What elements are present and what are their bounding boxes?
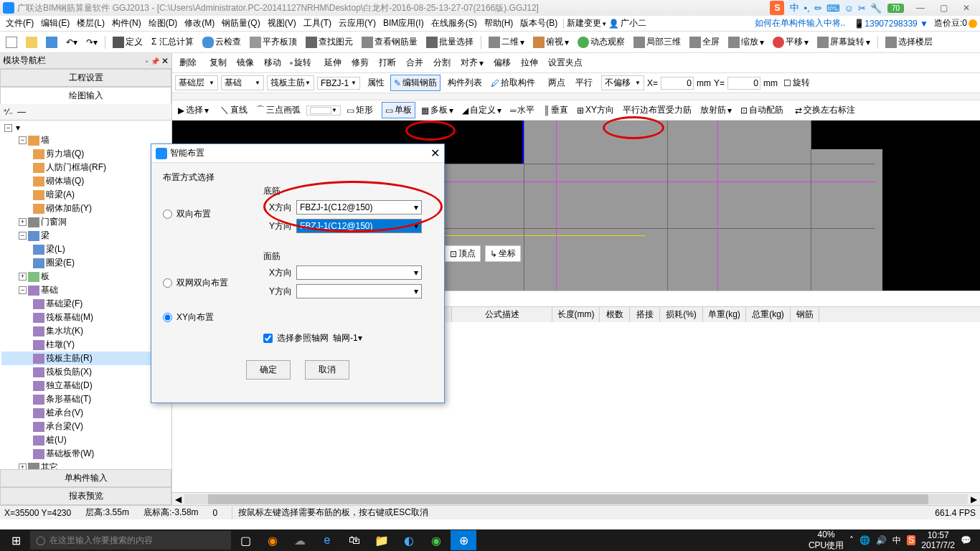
- define-button[interactable]: 定义: [110, 34, 146, 50]
- menu-file[interactable]: 文件(F): [3, 16, 37, 31]
- tree-item[interactable]: 人防门框墙(RF): [46, 161, 106, 174]
- tree-item[interactable]: 筏板基础(M): [46, 311, 93, 324]
- rotate-opt[interactable]: ☐ 旋转: [781, 75, 813, 90]
- mirror-button[interactable]: 镜像: [232, 55, 257, 70]
- screen-rotate-button[interactable]: 屏幕旋转▾: [814, 34, 873, 50]
- maximize-button[interactable]: ▢: [933, 1, 954, 14]
- tree-wall[interactable]: 墙: [41, 134, 50, 146]
- menu-component[interactable]: 构件(N): [109, 16, 144, 31]
- sum-button[interactable]: Σ 汇总计算: [149, 34, 197, 50]
- ime-kbd-icon[interactable]: ⌨: [826, 3, 840, 14]
- parallel-button[interactable]: 平行: [571, 75, 595, 90]
- break-button[interactable]: 打断: [374, 55, 399, 70]
- tree-item[interactable]: 砌体墙(Q): [46, 175, 84, 187]
- local3d-button[interactable]: 局部三维: [631, 34, 684, 50]
- single-slab-button[interactable]: ▭ 单板: [382, 102, 415, 118]
- taskbar-edge[interactable]: e: [314, 530, 340, 550]
- align-button[interactable]: 对齐▾: [456, 55, 486, 70]
- tray-clock[interactable]: 10:572017/7/2: [921, 530, 955, 551]
- tree-opening[interactable]: 门窗洞: [41, 216, 67, 228]
- h-scrollbar[interactable]: ◀▶: [172, 492, 980, 505]
- menu-edit[interactable]: 编辑(E): [38, 16, 72, 31]
- taskbar-store[interactable]: 🛍: [341, 530, 367, 550]
- radial-button[interactable]: 放射筋▾: [697, 103, 735, 118]
- tip-link[interactable]: 如何在单构件输入中将..: [752, 16, 849, 31]
- subcat-select[interactable]: 筏板主筋▼: [267, 75, 314, 90]
- copy-button[interactable]: 复制: [205, 55, 230, 70]
- ime-lang[interactable]: 中: [790, 1, 799, 14]
- minimize-button[interactable]: —: [910, 1, 931, 14]
- menu-cloud[interactable]: 云应用(Y): [336, 16, 379, 31]
- tray-ime-icon[interactable]: 中: [892, 534, 901, 547]
- menu-version[interactable]: 版本号(B): [517, 16, 560, 31]
- tree-beam[interactable]: 梁: [41, 230, 50, 242]
- menu-view[interactable]: 视图(V): [265, 16, 299, 31]
- tree-item[interactable]: 集水坑(K): [46, 325, 83, 337]
- tray-net-icon[interactable]: 🌐: [859, 535, 870, 545]
- move-button[interactable]: 移动: [260, 55, 284, 70]
- swap-button[interactable]: ⇄ 交换左右标注: [792, 103, 858, 118]
- open-button[interactable]: [23, 35, 40, 50]
- tree-item[interactable]: 桩承台(V): [46, 407, 83, 419]
- offset-select[interactable]: 不偏移▼: [601, 75, 644, 90]
- dialog-close-button[interactable]: ✕: [430, 146, 440, 160]
- menu-rebar[interactable]: 钢筋量(Q): [219, 16, 263, 31]
- zoom-button[interactable]: 缩放▾: [725, 34, 767, 50]
- tree-item[interactable]: 独立基础(D): [46, 380, 93, 392]
- delete-button[interactable]: 删除: [175, 55, 199, 70]
- look-rebar-button[interactable]: 查看钢筋量: [359, 34, 420, 50]
- select-floor-button[interactable]: 选择楼层: [882, 34, 936, 50]
- xy-dir-button[interactable]: ⊞ XY方向: [574, 103, 617, 118]
- horiz-button[interactable]: ═ 水平: [507, 103, 538, 118]
- tray-sogou-icon[interactable]: S: [907, 535, 915, 545]
- bottom-y-select[interactable]: FBZJ-1(C12@150)▾: [296, 219, 422, 233]
- tab-report[interactable]: 报表预览: [0, 487, 171, 505]
- edit-rebar-button[interactable]: ✎编辑钢筋: [390, 75, 440, 91]
- search-box[interactable]: ◯ 在这里输入你要搜索的内容: [30, 531, 231, 550]
- radio-biaxial[interactable]: [163, 209, 172, 219]
- taskbar-app[interactable]: ☁: [287, 530, 313, 550]
- component-tree[interactable]: − ▾ −墙 剪力墙(Q) 人防门框墙(RF) 砌体墙(Q) 暗梁(A) 砌体加…: [0, 121, 171, 469]
- 2d-button[interactable]: 二维▾: [486, 34, 527, 50]
- ime-pen-icon[interactable]: ✏: [814, 3, 822, 14]
- tree-item[interactable]: 条形基础(T): [46, 393, 91, 405]
- ime-tool-icon[interactable]: 🔧: [870, 3, 882, 14]
- vert-button[interactable]: ║ 垂直: [540, 103, 571, 118]
- tree-slab[interactable]: 板: [41, 270, 50, 283]
- tree-item[interactable]: 剪力墙(Q): [46, 148, 84, 160]
- tab-draw-input[interactable]: 绘图输入: [0, 87, 171, 104]
- category-select[interactable]: 基础▼: [221, 75, 264, 90]
- menu-bim[interactable]: BIM应用(I): [380, 16, 427, 31]
- layer-color[interactable]: ▼: [306, 105, 341, 116]
- tree-found[interactable]: 基础: [41, 284, 58, 296]
- ref-axis-checkbox[interactable]: [263, 334, 273, 343]
- pan-button[interactable]: 平移▾: [770, 34, 811, 50]
- auto-rebar-button[interactable]: ⊡ 自动配筋: [738, 103, 786, 118]
- phone-link[interactable]: 📱13907298339 ▼: [854, 19, 928, 29]
- new-button[interactable]: [3, 35, 20, 50]
- top-y-select[interactable]: ▾: [296, 284, 422, 298]
- stretch-button[interactable]: 拉伸: [517, 55, 541, 70]
- extend-button[interactable]: 延伸: [320, 55, 344, 70]
- pin-icon[interactable]: 📌: [151, 57, 159, 65]
- bottom-x-select[interactable]: FBZJ-1(C12@150)▾: [296, 200, 422, 215]
- batch-button[interactable]: 批量选择: [423, 34, 476, 50]
- menu-draw[interactable]: 绘图(D): [146, 16, 181, 31]
- redo-button[interactable]: ↷▾: [83, 36, 100, 49]
- radio-double-net[interactable]: [163, 278, 172, 288]
- tree-item[interactable]: 桩(U): [46, 434, 67, 446]
- tab-single-input[interactable]: 单构件输入: [0, 469, 171, 487]
- tree-item[interactable]: 梁(L): [46, 243, 65, 255]
- tree-item[interactable]: 筏板负筋(X): [46, 366, 92, 378]
- taskbar-app[interactable]: ◐: [396, 530, 422, 550]
- coord-button[interactable]: ↳ 坐标: [485, 245, 521, 262]
- tab-project-settings[interactable]: 工程设置: [0, 69, 171, 87]
- floor-select[interactable]: 基础层▼: [175, 75, 218, 90]
- expand-icon[interactable]: ⁺⁄₋: [3, 107, 13, 117]
- tray-up-icon[interactable]: ˄: [849, 535, 854, 545]
- taskbar-app[interactable]: ◉: [423, 530, 449, 550]
- twopt-button[interactable]: 两点: [544, 75, 568, 90]
- split-button[interactable]: 分割: [429, 55, 453, 70]
- cancel-button[interactable]: 取消: [305, 360, 349, 380]
- arc-tool[interactable]: ⌒ 三点画弧: [253, 103, 303, 118]
